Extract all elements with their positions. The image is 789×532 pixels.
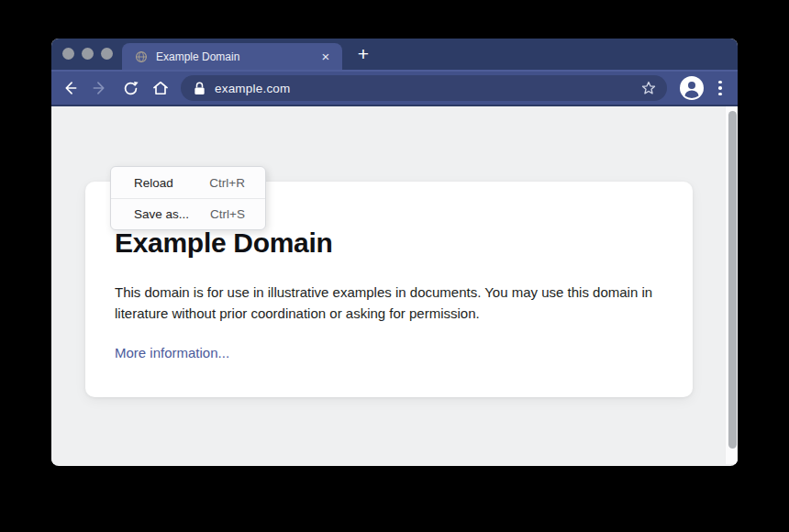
overflow-menu-icon (718, 81, 722, 84)
context-menu-item-reload[interactable]: Reload Ctrl+R (111, 167, 265, 198)
maximize-window-button[interactable] (101, 48, 113, 60)
titlebar: Example Domain × + (51, 39, 738, 70)
tab-title: Example Domain (156, 50, 318, 63)
tab-close-icon[interactable]: × (318, 50, 333, 64)
forward-arrow-icon (91, 79, 109, 97)
page-viewport: Example Domain This domain is for use in… (51, 106, 738, 464)
toolbar: example.com (51, 70, 738, 106)
browser-tab[interactable]: Example Domain × (122, 43, 342, 70)
profile-avatar-icon[interactable] (680, 76, 704, 100)
globe-favicon-icon (135, 50, 148, 63)
back-button[interactable] (58, 76, 82, 100)
lock-icon[interactable] (194, 82, 206, 95)
context-menu: Reload Ctrl+R Save as... Ctrl+S (110, 166, 266, 230)
close-window-button[interactable] (62, 48, 74, 60)
page-paragraph: This domain is for use in illustrative e… (115, 282, 667, 325)
bookmark-star-icon[interactable] (639, 79, 658, 97)
browser-menu-button[interactable] (711, 78, 729, 98)
url-text[interactable]: example.com (215, 82, 639, 95)
menu-item-label: Save as... (134, 207, 189, 221)
forward-button[interactable] (88, 76, 112, 100)
minimize-window-button[interactable] (82, 48, 94, 60)
scrollbar-thumb[interactable] (728, 111, 737, 449)
menu-item-label: Reload (134, 176, 173, 190)
reload-icon (122, 80, 139, 97)
home-icon (151, 79, 170, 97)
home-button[interactable] (149, 76, 172, 100)
browser-window: Example Domain × + (51, 39, 738, 466)
menu-item-shortcut: Ctrl+S (210, 207, 245, 221)
scrollbar-track[interactable] (725, 106, 738, 464)
new-tab-button[interactable]: + (352, 41, 374, 67)
page-heading: Example Domain (115, 227, 663, 259)
reload-button[interactable] (118, 76, 142, 100)
window-controls (62, 48, 113, 60)
menu-item-shortcut: Ctrl+R (209, 176, 245, 190)
context-menu-item-save-as[interactable]: Save as... Ctrl+S (111, 198, 265, 229)
more-information-link[interactable]: More information... (115, 345, 229, 360)
address-bar[interactable]: example.com (181, 75, 667, 101)
screen: Example Domain × + (0, 0, 789, 532)
back-arrow-icon (61, 79, 79, 97)
